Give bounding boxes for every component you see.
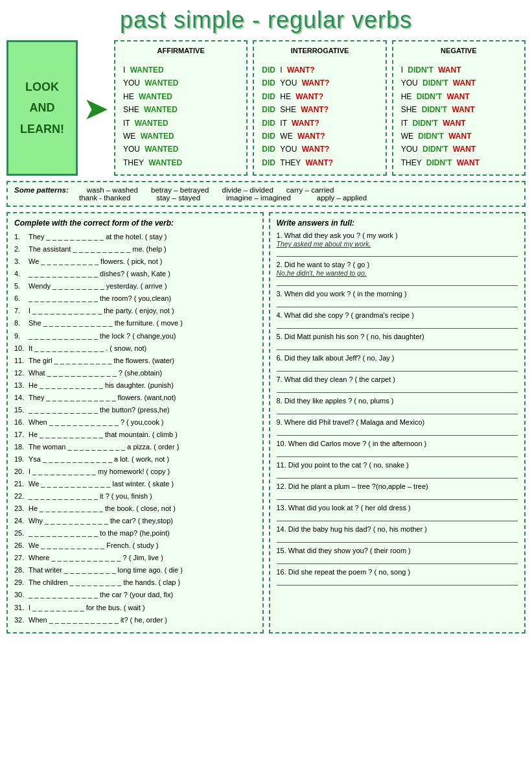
exercise1-item-31: 31.I _ _ _ _ _ _ _ _ _ for the bus. ( wa…	[14, 602, 256, 613]
affirmative-box: AFFIRMATIVE I WANTED YOU WANTED HE WANTE…	[114, 40, 248, 176]
patterns-label: Some patterns:	[14, 186, 69, 194]
pattern-6: stay – stayed	[156, 194, 200, 202]
write-item-13: 13. What did you look at ? ( her old dre…	[277, 504, 518, 521]
write-item-3: 3. When did you work ? ( in the morning …	[277, 290, 518, 307]
interrogative-box: INTERROGATIVE DID I WANT? DID YOU WANT? …	[253, 40, 386, 176]
exercise1-item-15: 15._ _ _ _ _ _ _ _ _ _ _ _ the button? (…	[14, 405, 256, 416]
int-row-1: DID I WANT?	[262, 64, 377, 77]
arrow-icon: ➤	[83, 40, 109, 176]
aff-row-8: THEY WANTED	[123, 156, 238, 169]
exercise1-item-1: 1.They _ _ _ _ _ _ _ _ _ _ at the hotel.…	[14, 231, 256, 243]
exercise1-item-3: 3.We _ _ _ _ _ _ _ _ _ _ flowers. ( pick…	[14, 256, 256, 267]
write-item-12: 12. Did he plant a plum – tree ?(no,appl…	[277, 482, 518, 500]
exercise1-item-30: 30._ _ _ _ _ _ _ _ _ _ _ _ the car ? (yo…	[14, 589, 256, 600]
int-row-8: DID THEY WANT?	[262, 156, 377, 169]
write-item-4: 4. What did she copy ? ( grandma's recip…	[277, 311, 518, 329]
pattern-8: apply – applied	[317, 194, 367, 202]
int-row-5: DID IT WANT?	[262, 117, 377, 130]
exercise1-box: Complete with the correct form of the ve…	[6, 212, 264, 634]
aff-row-1: I WANTED	[123, 64, 238, 77]
exercise1-item-8: 8.She _ _ _ _ _ _ _ _ _ _ _ _ the furnit…	[14, 318, 256, 329]
write-item-2: 2. Did he want to stay ? ( go ) No,he di…	[277, 261, 518, 286]
exercise1-item-26: 26.We _ _ _ _ _ _ _ _ _ _ _ French. ( st…	[14, 540, 256, 551]
pattern-2: betray – betrayed	[151, 186, 209, 194]
exercise1-item-5: 5.Wendy _ _ _ _ _ _ _ _ _ yesterday. ( a…	[14, 281, 256, 292]
exercise2-title: Write answers in full:	[277, 219, 518, 228]
neg-row-3: HE DIDN'T WANT	[401, 90, 516, 103]
aff-row-4: SHE WANTED	[123, 103, 238, 116]
aff-row-2: YOU WANTED	[123, 77, 238, 89]
look-learn-box: LOOK AND LEARN!	[6, 40, 78, 176]
write-item-10: 10. When did Carlos move ? ( in the afte…	[277, 440, 518, 457]
int-row-6: DID WE WANT?	[262, 130, 377, 143]
look-line2: AND	[30, 97, 55, 118]
negative-header: NEGATIVE	[401, 47, 516, 54]
exercise1-item-17: 17.He _ _ _ _ _ _ _ _ _ _ _ that mountai…	[14, 429, 256, 440]
negative-box: NEGATIVE I DIDN'T WANT YOU DIDN'T WANT H…	[392, 40, 526, 176]
neg-row-1: I DIDN'T WANT	[401, 64, 516, 77]
exercise1-item-6: 6._ _ _ _ _ _ _ _ _ _ _ _ the room? ( yo…	[14, 293, 256, 304]
exercise1-item-11: 11.The girl _ _ _ _ _ _ _ _ _ _ the flow…	[14, 355, 256, 366]
exercise1-item-22: 22._ _ _ _ _ _ _ _ _ _ _ _ it ? ( you, f…	[14, 491, 256, 502]
exercise1-title: Complete with the correct form of the ve…	[14, 219, 256, 228]
exercise1-item-2: 2.The assistant _ _ _ _ _ _ _ _ _ _ me. …	[14, 244, 256, 255]
look-line1: LOOK	[25, 77, 59, 97]
pattern-5: thank - thanked	[79, 194, 130, 202]
patterns-section: Some patterns: wash – washed betray – be…	[6, 181, 526, 207]
write-item-15: 15. What did they show you? ( their room…	[277, 547, 518, 564]
write-item-9: 9. Where did Phil travel? ( Malaga and M…	[277, 418, 518, 436]
exercise2-box: Write answers in full: 1. What did they …	[269, 212, 526, 634]
exercise1-item-25: 25._ _ _ _ _ _ _ _ _ _ _ _ to the map? (…	[14, 528, 256, 539]
interrogative-header: INTERROGATIVE	[262, 47, 377, 54]
write-item-1: 1. What did they ask you ? ( my work ) T…	[277, 231, 518, 257]
int-row-7: DID YOU WANT?	[262, 143, 377, 156]
exercise1-item-29: 29.The children _ _ _ _ _ _ _ _ _ the ha…	[14, 577, 256, 588]
neg-row-6: WE DIDN'T WANT	[401, 130, 516, 143]
int-row-4: DID SHE WANT?	[262, 103, 377, 116]
page-title: past simple - regular verbs	[6, 6, 526, 34]
exercise1-item-12: 12.What _ _ _ _ _ _ _ _ _ _ _ _ ? (she,o…	[14, 368, 256, 379]
aff-row-7: YOU WANTED	[123, 143, 238, 156]
pattern-1: wash – washed	[87, 186, 138, 194]
exercise1-item-32: 32.When _ _ _ _ _ _ _ _ _ _ _ _ it? ( he…	[14, 615, 256, 626]
exercise1-item-13: 13.He _ _ _ _ _ _ _ _ _ _ _ his daughter…	[14, 380, 256, 391]
pattern-4: carry – carried	[286, 186, 334, 194]
exercise1-item-21: 21.We _ _ _ _ _ _ _ _ _ _ _ _ last winte…	[14, 479, 256, 490]
neg-row-7: YOU DIDN'T WANT	[401, 143, 516, 156]
exercise1-item-16: 16.When _ _ _ _ _ _ _ _ _ _ _ _ ? ( you,…	[14, 417, 256, 428]
aff-row-3: HE WANTED	[123, 90, 238, 103]
exercise1-item-18: 18.The woman _ _ _ _ _ _ _ _ _ _ a pizza…	[14, 442, 256, 453]
exercise1-item-14: 14.They _ _ _ _ _ _ _ _ _ _ _ _ flowers.…	[14, 392, 256, 403]
neg-row-2: YOU DIDN'T WANT	[401, 77, 516, 89]
exercise1-item-27: 27.Where _ _ _ _ _ _ _ _ _ _ _ _ ? ( Jim…	[14, 552, 256, 563]
write-item-8: 8. Did they like apples ? ( no, plums )	[277, 397, 518, 414]
neg-row-5: IT DIDN'T WANT	[401, 117, 516, 130]
write-item-5: 5. Did Matt punish his son ? ( no, his d…	[277, 333, 518, 350]
exercise1-item-28: 28.That writer _ _ _ _ _ _ _ _ _ long ti…	[14, 565, 256, 576]
pattern-3: divide – divided	[222, 186, 273, 194]
exercise1-item-19: 19.Ysa _ _ _ _ _ _ _ _ _ _ _ _ a lot. ( …	[14, 454, 256, 465]
affirmative-header: AFFIRMATIVE	[123, 47, 238, 54]
exercise1-item-23: 23.He _ _ _ _ _ _ _ _ _ _ _ the book. ( …	[14, 503, 256, 514]
exercise1-item-24: 24.Why _ _ _ _ _ _ _ _ _ _ _ the car? ( …	[14, 515, 256, 527]
neg-row-4: SHE DIDN'T WANT	[401, 103, 516, 116]
exercise1-item-4: 4._ _ _ _ _ _ _ _ _ _ _ _ dishes? ( wash…	[14, 268, 256, 279]
write-item-11: 11. Did you point to the cat ? ( no, sna…	[277, 461, 518, 479]
write-item-6: 6. Did they talk about Jeff? ( no, Jay )	[277, 354, 518, 372]
write-item-14: 14. Did the baby hug his dad? ( no, his …	[277, 525, 518, 543]
aff-row-6: WE WANTED	[123, 130, 238, 143]
pattern-7: imagine – imagined	[226, 194, 291, 202]
exercise1-item-20: 20.I _ _ _ _ _ _ _ _ _ _ _ my homework! …	[14, 466, 256, 477]
int-row-3: DID HE WANT?	[262, 90, 377, 103]
write-item-7: 7. What did they clean ? ( the carpet )	[277, 375, 518, 393]
aff-row-5: IT WANTED	[123, 117, 238, 130]
write-item-16: 16. Did she repeat the poem ? ( no, song…	[277, 568, 518, 586]
neg-row-8: THEY DIDN'T WANT	[401, 156, 516, 169]
exercise1-item-9: 9._ _ _ _ _ _ _ _ _ _ _ _ the lock ? ( c…	[14, 331, 256, 342]
exercise1-item-7: 7.I _ _ _ _ _ _ _ _ _ _ _ _ the party. (…	[14, 305, 256, 316]
exercise1-item-10: 10.It _ _ _ _ _ _ _ _ _ _ _ _ . ( snow, …	[14, 343, 256, 354]
int-row-2: DID YOU WANT?	[262, 77, 377, 89]
look-line3: LEARN!	[20, 119, 64, 139]
